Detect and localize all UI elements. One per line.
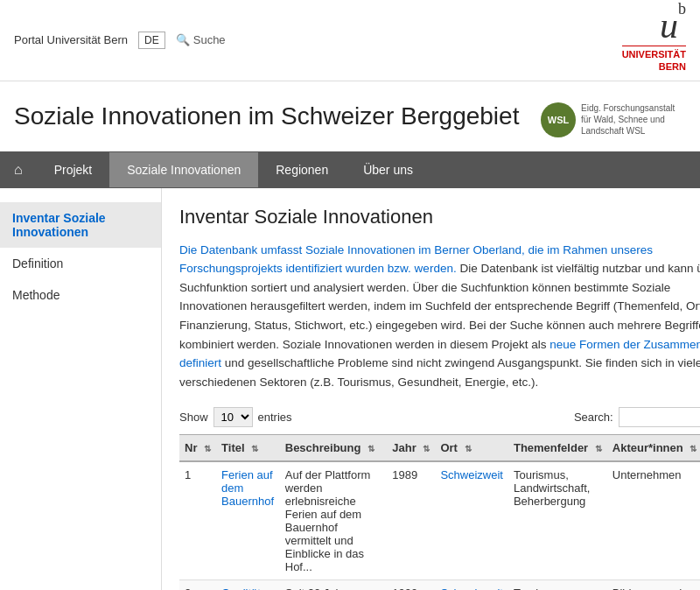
search-box-label: Search:: [574, 411, 613, 424]
sidebar-item-methode[interactable]: Methode: [0, 279, 161, 311]
table-header-row: Nr ⇅ Titel ⇅ Beschreibung ⇅ Jahr ⇅ Ort ⇅…: [179, 435, 700, 462]
ub-superscript: b: [678, 0, 686, 18]
sidebar: Inventar Soziale Innovationen Definition…: [0, 188, 162, 590]
col-beschreibung[interactable]: Beschreibung ⇅: [280, 435, 388, 462]
university-name: UNIVERSITÄT BERN: [622, 46, 686, 74]
sort-icon-ort: ⇅: [465, 444, 472, 453]
sort-icon-themenfelder: ⇅: [595, 444, 602, 453]
cell-titel: Ferien auf dem Bauernhof: [216, 461, 280, 580]
main-content: Inventar Soziale Innovationen Definition…: [0, 188, 700, 590]
cell-ort: Schweizweit: [435, 580, 508, 590]
intro-paragraph: Die Datenbank umfasst Soziale Innovation…: [179, 241, 700, 392]
sort-icon-akteur: ⇅: [690, 444, 696, 453]
wsl-circle: WSL: [541, 102, 576, 137]
content-title: Inventar Soziale Innovationen: [179, 206, 700, 228]
cell-jahr: 1989: [387, 461, 435, 580]
nav-item-regionen[interactable]: Regionen: [258, 152, 346, 187]
cell-themenfelder: Tourismus: [508, 580, 607, 590]
nav-item-ueber-uns[interactable]: Über uns: [346, 152, 430, 187]
col-nr[interactable]: Nr ⇅: [179, 435, 216, 462]
sort-icon-titel: ⇅: [251, 444, 258, 453]
cell-ort: Schweizweit: [435, 461, 508, 580]
top-bar-right: ub UNIVERSITÄT BERN: [622, 7, 686, 74]
content-area: Inventar Soziale Innovationen Die Datenb…: [162, 188, 700, 590]
top-bar: Portal Universität Bern DE 🔍 Suche ub UN…: [0, 0, 700, 81]
portal-link[interactable]: Portal Universität Bern: [14, 33, 128, 46]
table-controls: Show 10 25 50 entries Search:: [179, 407, 700, 427]
intro-text-end: und gesellschaftliche Probleme sind nich…: [179, 356, 700, 389]
col-titel[interactable]: Titel ⇅: [216, 435, 280, 462]
entries-select[interactable]: 10 25 50: [214, 407, 253, 427]
top-bar-left: Portal Universität Bern DE 🔍 Suche: [14, 32, 622, 49]
titel-link[interactable]: Ferien auf dem Bauernhof: [221, 468, 274, 508]
sidebar-item-inventar[interactable]: Inventar Soziale Innovationen: [0, 202, 161, 248]
titel-link[interactable]: Qualitäts-Programm des Schweizer Tourism…: [221, 586, 275, 590]
cell-beschreibung: Seit 20 Jahren wird das Qualitätsgütesie…: [280, 580, 388, 590]
wsl-logo: WSL Eidg. Forschungsanstalt für Wald, Sc…: [541, 102, 686, 137]
cell-themenfelder: Tourismus, Landwirtschaft, Beherbergung: [508, 461, 607, 580]
col-jahr[interactable]: Jahr ⇅: [387, 435, 435, 462]
search-icon: 🔍: [176, 33, 190, 46]
cell-titel: Qualitäts-Programm des Schweizer Tourism…: [216, 580, 280, 590]
table-row: 2Qualitäts-Programm des Schweizer Touris…: [179, 580, 700, 590]
hero-section: Soziale Innovationen im Schweizer Bergge…: [0, 81, 700, 151]
entries-label: entries: [258, 411, 292, 424]
search-input[interactable]: [619, 407, 700, 427]
table-row: 1Ferien auf dem BauernhofAuf der Plattfo…: [179, 461, 700, 580]
show-label: Show: [179, 411, 208, 424]
lang-button[interactable]: DE: [138, 32, 165, 49]
nav-item-projekt[interactable]: Projekt: [37, 152, 110, 187]
col-themenfelder[interactable]: Themenfelder ⇅: [508, 435, 607, 462]
cell-beschreibung: Auf der Plattform werden erlebnisreiche …: [280, 461, 388, 580]
nav-home[interactable]: ⌂: [0, 151, 37, 188]
wsl-full-text: Eidg. Forschungsanstalt für Wald, Schnee…: [581, 102, 686, 137]
col-akteur[interactable]: Akteur*innen ⇅: [607, 435, 700, 462]
ort-link[interactable]: Schweizweit: [440, 586, 503, 590]
cell-akteur: Bildungs- und Forschungsinstitutionen, V…: [607, 580, 700, 590]
data-table: Nr ⇅ Titel ⇅ Beschreibung ⇅ Jahr ⇅ Ort ⇅…: [179, 434, 700, 590]
ub-logo: ub: [660, 7, 686, 44]
cell-akteur: Unternehmen: [607, 461, 700, 580]
nav-item-soziale-innovationen[interactable]: Soziale Innovationen: [109, 152, 258, 187]
sort-icon-nr: ⇅: [204, 444, 211, 453]
search-area[interactable]: 🔍 Suche: [176, 33, 226, 46]
col-ort[interactable]: Ort ⇅: [435, 435, 508, 462]
ort-link[interactable]: Schweizweit: [440, 468, 503, 481]
ub-letter: u: [660, 5, 678, 46]
cell-jahr: 1999: [387, 580, 435, 590]
sidebar-item-definition[interactable]: Definition: [0, 248, 161, 279]
sort-icon-jahr: ⇅: [423, 444, 430, 453]
show-entries: Show 10 25 50 entries: [179, 407, 292, 427]
cell-nr: 1: [179, 461, 216, 580]
search-label: Suche: [193, 33, 226, 46]
main-nav: ⌂ Projekt Soziale Innovationen Regionen …: [0, 151, 700, 188]
page-title: Soziale Innovationen im Schweizer Bergge…: [14, 102, 519, 130]
cell-nr: 2: [179, 580, 216, 590]
search-box: Search:: [574, 407, 700, 427]
sort-icon-beschreibung: ⇅: [368, 444, 374, 453]
